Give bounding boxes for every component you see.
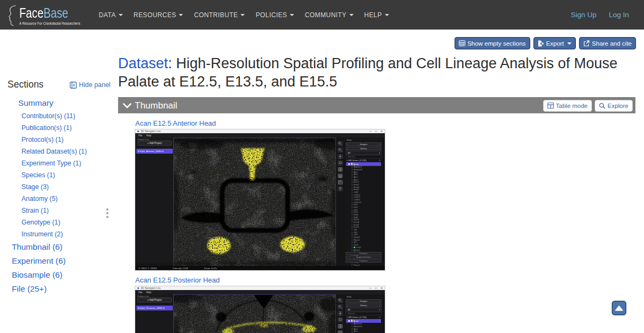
toc-item[interactable]: Thumbnail (6)	[0, 240, 114, 254]
toc-item[interactable]: Experiment Type (1)	[0, 157, 114, 169]
toc-item[interactable]: Experiment (6)	[0, 254, 114, 268]
viewer-menu-help[interactable]: Help	[146, 134, 151, 137]
page-actions: Show empty sections Export Share and cit…	[455, 37, 636, 49]
selected-gene-row[interactable]: Acan	[346, 319, 381, 323]
toc-item[interactable]: Instrument (2)	[0, 228, 114, 240]
checkbox-icon	[352, 326, 353, 327]
zoom-out-icon[interactable]	[338, 305, 343, 309]
toc-item[interactable]: Species (1)	[0, 169, 114, 181]
zoom-in-icon[interactable]	[338, 298, 343, 303]
zoom-in-icon[interactable]	[338, 141, 343, 146]
close-icon[interactable]: ✕	[380, 287, 383, 289]
toc-item[interactable]: Stage (3)	[0, 181, 114, 193]
add-project-button[interactable]: + Add Project	[137, 298, 172, 302]
sign-up-link[interactable]: Sign Up	[570, 11, 596, 19]
checkbox-icon	[352, 174, 353, 175]
toc-item[interactable]: Summary	[0, 96, 114, 110]
selected-project-item[interactable]: E12p5_Anterior_5696.tif	[136, 149, 173, 154]
viewer-window-posterior: 3D Navigator Lite — □ ✕ FileHelp + Add P…	[135, 286, 385, 333]
caret-up-icon	[615, 306, 623, 311]
log-in-link[interactable]: Log In	[609, 11, 629, 19]
pan-icon[interactable]	[338, 154, 343, 159]
nav-item-contribute[interactable]: CONTRIBUTE	[188, 11, 250, 19]
viewer-canvas-posterior[interactable]	[174, 295, 335, 333]
checkbox-checked-icon	[348, 163, 350, 165]
selected-gene-row[interactable]: Acan	[346, 162, 381, 166]
checkbox-icon	[352, 234, 353, 235]
checkbox-icon	[352, 214, 353, 215]
viewer-menu-file[interactable]: File	[138, 134, 142, 137]
toc-item[interactable]: Genotype (1)	[0, 216, 114, 228]
clusters-header[interactable]: Clusters	[346, 259, 382, 263]
table-mode-icon	[547, 103, 554, 108]
viewer-canvas-anterior[interactable]	[174, 138, 335, 266]
toc-item[interactable]: Anatomy (5)	[0, 193, 114, 205]
selected-project-item[interactable]: E12p5_Posterior_5696.tif	[136, 306, 173, 310]
explore-button[interactable]: Explore	[595, 100, 633, 112]
dataset-link[interactable]: Dataset	[118, 55, 168, 71]
checkbox-icon	[352, 204, 353, 205]
toc-item[interactable]: Biosample (6)	[0, 268, 114, 282]
checkbox-icon	[352, 197, 353, 198]
save-icon[interactable]	[338, 180, 343, 185]
toc-item[interactable]: File (25+)	[0, 282, 114, 296]
zoom-out-icon[interactable]	[338, 148, 343, 153]
maximize-icon[interactable]: □	[375, 287, 377, 289]
thumbnail-section-header[interactable]: Thumbnail Table mode Explore	[118, 97, 635, 113]
gene-filter-dropdown[interactable]: All▾	[346, 308, 382, 312]
maximize-icon[interactable]: □	[375, 131, 377, 133]
table-icon[interactable]	[338, 330, 343, 333]
checkbox-icon	[352, 217, 353, 218]
thumbnail-link-anterior[interactable]: Acan E12.5 Anterior Head	[135, 120, 635, 127]
pan-icon[interactable]	[338, 311, 343, 316]
nav-item-community[interactable]: COMMUNITY	[299, 11, 359, 19]
face-profile-icon	[8, 5, 17, 27]
viewer-titlebar: 3D Navigator Lite — □ ✕	[135, 129, 385, 133]
export-button[interactable]: Export	[533, 37, 576, 49]
panel-resize-handle[interactable]	[106, 208, 109, 220]
nav-item-resources[interactable]: RESOURCES	[128, 11, 189, 19]
checkbox-icon	[352, 202, 353, 203]
genes-header[interactable]: ‹Genes›	[346, 303, 382, 307]
toc-item[interactable]: Related Dataset(s) (1)	[0, 146, 114, 157]
nav-item-policies[interactable]: POLICIES	[250, 11, 299, 19]
toc-item[interactable]: Contributor(s) (11)	[0, 110, 114, 122]
genes-header[interactable]: ‹Genes›	[346, 147, 382, 150]
show-empty-sections-button[interactable]: Show empty sections	[455, 37, 530, 49]
nav-item-help[interactable]: HELP	[359, 11, 394, 19]
add-project-button[interactable]: + Add Project	[137, 141, 172, 146]
share-and-cite-button[interactable]: Share and cite	[579, 37, 636, 49]
grid-icon[interactable]	[338, 167, 343, 172]
toc-item[interactable]: Protocol(s) (1)	[0, 134, 114, 146]
layers-icon[interactable]	[338, 161, 343, 165]
checkbox-icon	[352, 240, 353, 241]
gene-search-input[interactable]: Search...	[346, 155, 382, 159]
checkbox-icon	[352, 177, 353, 178]
segmentations-header[interactable]: Segmentations	[346, 256, 382, 259]
remove-icon[interactable]: ✕	[378, 159, 380, 162]
table-mode-button[interactable]: Table mode	[543, 100, 592, 112]
grid-icon[interactable]	[338, 324, 343, 329]
close-icon[interactable]: ✕	[380, 131, 383, 133]
images-header[interactable]: ‹Images›	[346, 142, 382, 146]
layers-icon[interactable]	[338, 317, 343, 322]
table-icon[interactable]	[338, 173, 343, 178]
remove-icon[interactable]: ✕	[378, 316, 380, 318]
nav-item-data[interactable]: DATA	[93, 11, 128, 19]
viewer-menu-file[interactable]: File	[138, 291, 142, 294]
gene-filter-dropdown[interactable]: All▾	[346, 151, 382, 155]
gene-list[interactable]: Adamts1Adamtsl2Alx1Alx3Alx4AspnBarx1Bmp2…	[346, 323, 381, 333]
images-header[interactable]: ‹Images›	[346, 299, 382, 303]
minimize-icon[interactable]: —	[369, 287, 372, 289]
thumbnail-link-posterior[interactable]: Acan E12.5 Posterior Head	[135, 277, 635, 284]
proteins-header[interactable]: Proteins	[346, 252, 382, 256]
minimize-icon[interactable]: —	[369, 131, 372, 133]
toc-item[interactable]: Publication(s) (1)	[0, 122, 114, 134]
facebase-logo[interactable]: FaceBase A Resource For Craniofacial Res…	[8, 2, 89, 27]
pin-icon[interactable]	[338, 186, 343, 191]
viewer-menu-help[interactable]: Help	[146, 291, 151, 294]
gene-search-input[interactable]: Search...	[346, 312, 382, 316]
scroll-to-top-button[interactable]	[612, 301, 626, 315]
toc-item[interactable]: Strain (1)	[0, 205, 114, 216]
hide-panel-button[interactable]: Hide panel	[70, 81, 111, 89]
